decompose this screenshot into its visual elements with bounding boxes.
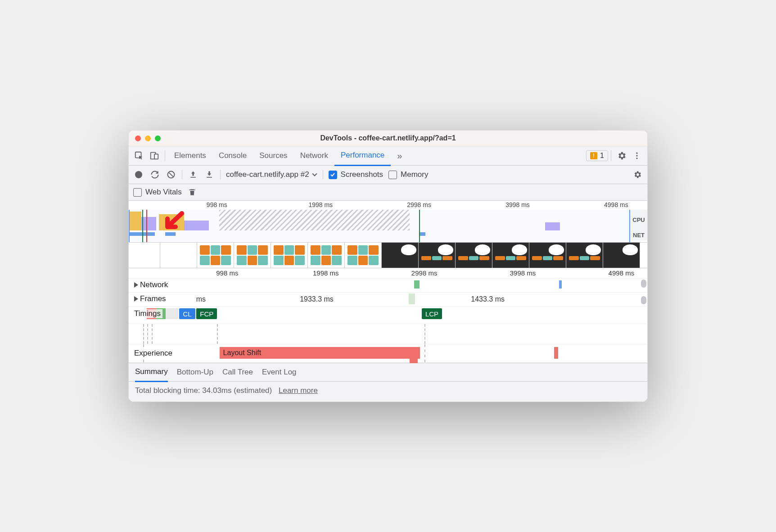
layout-shift-bar[interactable] — [410, 359, 417, 363]
learn-more-link[interactable]: Learn more — [279, 386, 318, 395]
screenshots-filmstrip[interactable] — [129, 243, 647, 268]
window-controls — [135, 135, 161, 141]
screenshot-thumb[interactable] — [129, 243, 160, 268]
screenshot-thumb[interactable] — [492, 243, 529, 268]
track-timings[interactable]: Timings CL FCP LCP — [129, 307, 647, 324]
separator — [182, 170, 182, 180]
svg-rect-2 — [154, 154, 158, 159]
tabs-overflow-button[interactable]: » — [391, 146, 408, 165]
screenshot-thumb[interactable] — [529, 243, 566, 268]
screenshots-label: Screenshots — [341, 170, 383, 179]
ruler-tick: 2998 ms — [411, 269, 438, 277]
summary-panel: Total blocking time: 34.03ms (estimated)… — [129, 382, 647, 401]
tab-network[interactable]: Network — [294, 146, 334, 165]
overview-cpu-label: CPU — [630, 210, 647, 230]
ruler-tick: 4998 ms — [609, 269, 635, 277]
expand-triangle-icon[interactable] — [134, 296, 138, 302]
cpu-activity — [545, 222, 560, 230]
minimize-window-button[interactable] — [145, 135, 151, 141]
tab-call-tree[interactable]: Call Tree — [222, 363, 253, 381]
track-label: Experience — [134, 349, 172, 358]
screenshot-thumb[interactable] — [456, 243, 492, 268]
frame-duration: 1433.3 ms — [471, 295, 505, 303]
ruler-tick: 3998 ms — [510, 269, 536, 277]
track-network[interactable]: Network — [129, 279, 647, 293]
tab-sources[interactable]: Sources — [253, 146, 293, 165]
layout-shift-bar[interactable]: Layout Shift — [220, 347, 420, 359]
overview-body[interactable]: CPU NET — [129, 210, 647, 242]
record-button[interactable] — [133, 169, 144, 180]
frame-duration: ms — [196, 295, 206, 303]
recording-selector[interactable]: coffee-cart.netlify.app #2 — [226, 170, 317, 179]
screenshot-thumb[interactable] — [345, 243, 382, 268]
network-event[interactable] — [414, 280, 420, 289]
cls-badge[interactable]: CL — [179, 308, 195, 319]
ruler-tick: 1998 ms — [308, 201, 333, 208]
ruler-tick: 1998 ms — [313, 269, 339, 277]
issues-button[interactable]: ! 1 — [586, 150, 608, 161]
web-vitals-label: Web Vitals — [145, 188, 182, 197]
devtools-window: DevTools - coffee-cart.netlify.app/?ad=1… — [128, 130, 648, 402]
tab-bottom-up[interactable]: Bottom-Up — [177, 363, 213, 381]
load-profile-icon[interactable] — [188, 169, 199, 180]
screenshot-thumb[interactable] — [566, 243, 603, 268]
garbage-collect-icon[interactable] — [188, 188, 196, 197]
device-toolbar-icon[interactable] — [147, 148, 162, 163]
separator — [165, 150, 165, 161]
layout-shift-bar[interactable] — [554, 347, 558, 359]
overview-net-label: NET — [630, 230, 647, 240]
scrollbar-thumb[interactable] — [641, 296, 646, 304]
track-frames[interactable]: Frames ms 1933.3 ms 1433.3 ms — [129, 293, 647, 307]
fcp-badge[interactable]: FCP — [196, 308, 217, 319]
devtools-tabstrip: Elements Console Sources Network Perform… — [129, 146, 647, 166]
separator — [220, 170, 221, 180]
frame-block[interactable] — [409, 293, 415, 304]
screenshot-thumb[interactable] — [308, 243, 345, 268]
annotation-arrow-icon — [160, 211, 185, 232]
cpu-activity — [129, 212, 141, 230]
track-label: Timings — [134, 309, 161, 318]
ruler-tick: 998 ms — [216, 269, 238, 277]
frame-duration: 1933.3 ms — [300, 295, 334, 303]
inspect-element-icon[interactable] — [131, 148, 147, 163]
tab-summary[interactable]: Summary — [135, 363, 168, 382]
tab-console[interactable]: Console — [212, 146, 253, 165]
web-vitals-checkbox[interactable]: Web Vitals — [133, 188, 182, 197]
screenshot-thumb[interactable] — [234, 243, 271, 268]
expand-triangle-icon[interactable] — [134, 282, 138, 288]
screenshot-thumb[interactable] — [160, 243, 197, 268]
tab-elements[interactable]: Elements — [168, 146, 212, 165]
save-profile-icon[interactable] — [204, 169, 215, 180]
network-event[interactable] — [559, 280, 562, 289]
screenshot-thumb[interactable] — [382, 243, 419, 268]
ruler-tick: 4998 ms — [604, 201, 628, 208]
maximize-window-button[interactable] — [155, 135, 161, 141]
screenshot-thumb[interactable] — [271, 243, 308, 268]
lcp-badge[interactable]: LCP — [422, 308, 442, 319]
svg-point-3 — [636, 153, 637, 154]
screenshots-checkbox[interactable]: Screenshots — [329, 170, 383, 179]
track-spacer — [129, 324, 647, 344]
capture-settings-gear-icon[interactable] — [632, 169, 643, 180]
close-window-button[interactable] — [135, 135, 141, 141]
screenshot-thumb[interactable] — [197, 243, 234, 268]
scrollbar-thumb[interactable] — [641, 280, 646, 288]
cpu-hatched-region — [219, 210, 410, 230]
marker-line — [142, 210, 143, 242]
reload-record-button[interactable] — [149, 169, 160, 180]
settings-gear-icon[interactable] — [614, 148, 629, 163]
ruler-tick: 3998 ms — [505, 201, 530, 208]
screenshot-thumb[interactable] — [419, 243, 456, 268]
flamechart-panel[interactable]: 998 ms 1998 ms 2998 ms 3998 ms 4998 ms N… — [129, 268, 647, 363]
screenshot-thumb[interactable] — [603, 243, 640, 268]
window-title: DevTools - coffee-cart.netlify.app/?ad=1 — [129, 134, 647, 142]
overview-panel[interactable]: 998 ms 1998 ms 2998 ms 3998 ms 4998 ms C… — [129, 201, 647, 243]
flamechart-ruler: 998 ms 1998 ms 2998 ms 3998 ms 4998 ms — [129, 268, 647, 279]
more-menu-icon[interactable] — [629, 148, 645, 163]
memory-checkbox[interactable]: Memory — [388, 170, 428, 179]
clear-button[interactable] — [166, 169, 176, 180]
tab-performance[interactable]: Performance — [334, 146, 391, 166]
tab-event-log[interactable]: Event Log — [262, 363, 297, 381]
track-experience[interactable]: Experience Layout Shift — [129, 344, 647, 363]
ruler-tick: 998 ms — [207, 201, 227, 208]
